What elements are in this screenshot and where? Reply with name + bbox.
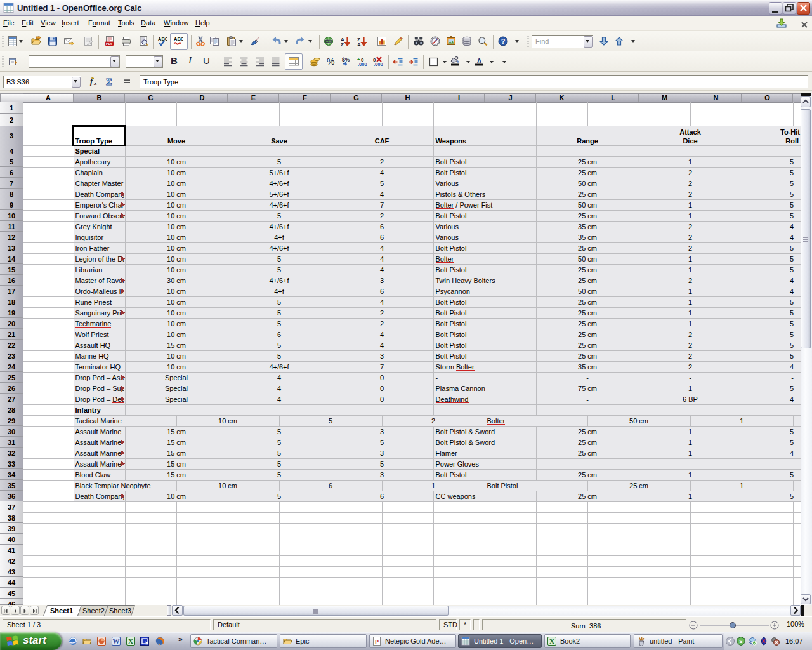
- svg-text:4+/6+f: 4+/6+f: [269, 244, 289, 252]
- svg-text:17: 17: [8, 288, 15, 295]
- svg-text:10: 10: [8, 212, 15, 220]
- svg-text:24: 24: [8, 363, 16, 371]
- svg-text:CAF: CAF: [375, 137, 390, 145]
- svg-text:50 cm: 50 cm: [578, 201, 597, 209]
- svg-text:15 cm: 15 cm: [167, 439, 186, 446]
- svg-text:5: 5: [790, 342, 794, 349]
- svg-text:Sheet2: Sheet2: [82, 607, 105, 614]
- svg-text:1: 1: [688, 266, 692, 274]
- svg-text:5: 5: [10, 158, 13, 166]
- svg-text:50 cm: 50 cm: [578, 255, 597, 263]
- svg-text:16: 16: [8, 277, 15, 284]
- svg-text:1: 1: [688, 428, 692, 435]
- svg-text:Bolt Pistol: Bolt Pistol: [436, 158, 467, 166]
- svg-text:5: 5: [277, 158, 281, 166]
- svg-text:4: 4: [380, 331, 384, 338]
- svg-text:2: 2: [688, 244, 692, 252]
- svg-text:4: 4: [790, 277, 794, 284]
- svg-text:O: O: [764, 94, 770, 102]
- svg-text:6: 6: [329, 482, 332, 489]
- svg-text:Weapons: Weapons: [436, 137, 467, 145]
- svg-text:5: 5: [277, 352, 281, 360]
- svg-text:2: 2: [688, 277, 692, 284]
- svg-text:7: 7: [380, 201, 384, 209]
- svg-text:Roll: Roll: [785, 137, 799, 145]
- svg-text:5: 5: [277, 212, 281, 220]
- svg-text:N: N: [714, 94, 719, 102]
- svg-text:1: 1: [688, 493, 692, 500]
- svg-text:Special: Special: [165, 395, 188, 403]
- svg-text:5: 5: [790, 201, 794, 209]
- svg-text:$%: $%: [342, 56, 350, 63]
- svg-text:5: 5: [790, 298, 794, 306]
- svg-text:4+/6+f: 4+/6+f: [269, 223, 289, 230]
- svg-text:20: 20: [8, 320, 15, 328]
- svg-text:25 cm: 25 cm: [578, 352, 597, 360]
- svg-text:-: -: [586, 395, 589, 403]
- svg-text:1: 1: [10, 104, 13, 112]
- svg-text:L: L: [611, 94, 615, 102]
- svg-text:Various: Various: [436, 180, 459, 187]
- svg-text:45: 45: [8, 590, 15, 597]
- svg-text:4: 4: [790, 449, 794, 457]
- svg-text:Sheet1: Sheet1: [50, 607, 73, 614]
- svg-text:2: 2: [688, 223, 692, 230]
- svg-text:4+/6+f: 4+/6+f: [269, 201, 289, 209]
- svg-text:Σ: Σ: [106, 77, 112, 87]
- svg-text:9: 9: [10, 201, 13, 209]
- svg-text:Various: Various: [436, 234, 459, 241]
- svg-text:25 cm: 25 cm: [578, 158, 597, 166]
- svg-text:15 cm: 15 cm: [167, 471, 186, 479]
- svg-text:Iron Father: Iron Father: [75, 244, 110, 252]
- svg-text:10 cm: 10 cm: [167, 331, 186, 338]
- svg-text:Move: Move: [167, 137, 185, 145]
- svg-text:5: 5: [790, 158, 794, 166]
- svg-text:5: 5: [790, 255, 794, 263]
- svg-text:Range: Range: [577, 137, 598, 145]
- svg-text:5: 5: [277, 255, 281, 263]
- svg-text:ABC: ABC: [174, 36, 183, 42]
- svg-text:-: -: [586, 374, 589, 381]
- svg-text:1: 1: [688, 288, 692, 295]
- svg-text:1: 1: [688, 255, 692, 263]
- svg-text:3: 3: [380, 471, 384, 479]
- svg-text:25 cm: 25 cm: [578, 439, 597, 446]
- svg-text:15 cm: 15 cm: [167, 342, 186, 349]
- svg-text:Terminator HQ: Terminator HQ: [75, 363, 121, 371]
- svg-text:I: I: [458, 94, 460, 102]
- svg-text:Special: Special: [75, 147, 100, 155]
- svg-text:Save: Save: [271, 137, 287, 145]
- svg-text:5: 5: [790, 385, 794, 392]
- svg-text:15: 15: [8, 266, 15, 274]
- svg-text:25 cm: 25 cm: [578, 244, 597, 252]
- svg-text:Bolt Pistol: Bolt Pistol: [436, 342, 467, 349]
- svg-text:43: 43: [8, 568, 15, 576]
- svg-text:1: 1: [688, 449, 692, 457]
- svg-text:Bolter / Power Fist: Bolter / Power Fist: [436, 201, 493, 209]
- svg-text:Sheet3: Sheet3: [109, 607, 131, 614]
- svg-text:25: 25: [8, 374, 15, 381]
- svg-text:Pistols & Others: Pistols & Others: [436, 190, 486, 198]
- svg-text:10 cm: 10 cm: [218, 482, 237, 489]
- svg-text:3: 3: [380, 277, 384, 284]
- svg-text:15 cm: 15 cm: [167, 428, 186, 435]
- svg-text:5: 5: [277, 309, 281, 317]
- svg-text:A: A: [477, 57, 482, 65]
- svg-text:Bolt Pistol: Bolt Pistol: [436, 309, 467, 317]
- svg-text:Twin Heavy Bolters: Twin Heavy Bolters: [436, 277, 496, 284]
- svg-text:M: M: [662, 94, 667, 102]
- svg-text:Chaplain: Chaplain: [75, 169, 103, 176]
- svg-text:6: 6: [380, 223, 384, 230]
- svg-text:32: 32: [8, 449, 15, 457]
- svg-text:Blood Claw: Blood Claw: [75, 471, 111, 479]
- svg-text:4: 4: [790, 363, 794, 371]
- svg-text:10 cm: 10 cm: [167, 320, 186, 328]
- svg-text:10 cm: 10 cm: [167, 244, 186, 252]
- svg-text:5: 5: [790, 190, 794, 198]
- svg-text:0: 0: [380, 374, 384, 381]
- svg-text:1: 1: [688, 158, 692, 166]
- svg-text:44: 44: [8, 579, 16, 587]
- svg-text:10 cm: 10 cm: [167, 288, 186, 295]
- svg-text:K: K: [560, 94, 565, 102]
- svg-text:To-Hit: To-Hit: [780, 128, 800, 136]
